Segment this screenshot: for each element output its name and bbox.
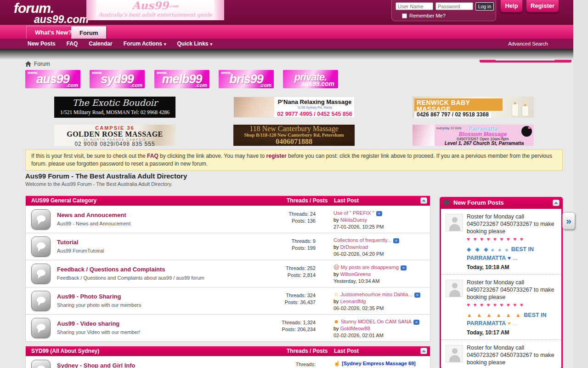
ad-pnana-massage[interactable]: P’Nana Relaxing Massage 11/36 Sydney Rd.…: [233, 97, 355, 118]
blue-heart-icon: ♥ …: [508, 255, 518, 261]
nav-calendar[interactable]: Calendar: [89, 40, 112, 47]
hearts-icons: ♥ ♥ ♥ ♥ ♥ ♥ ♥ ♥ ♥: [467, 366, 557, 368]
ad-blossom-massage[interactable]: everyday 10 Girls Parramatta Blossom Mas…: [413, 125, 534, 146]
logo-line2: aus99.com: [34, 14, 89, 25]
last-post-user-link[interactable]: Leonardfdg: [340, 299, 366, 304]
welcome-notice: If this is your first visit, be sure to …: [25, 150, 563, 171]
go-to-last-post-icon[interactable]: »: [413, 320, 419, 325]
ad-photo: [234, 97, 274, 118]
last-post-user-link[interactable]: DrDownload: [340, 244, 368, 250]
remember-me-checkbox[interactable]: [402, 13, 407, 18]
header-banner[interactable]: Aus99.com Australia's best adult enterta…: [86, 0, 224, 20]
angry-face-icon: ☹: [334, 264, 339, 270]
sidebar-expand-button[interactable]: »: [562, 212, 575, 230]
last-post-title-link[interactable]: Collections of frequently...: [334, 237, 391, 243]
avatar[interactable]: [446, 280, 463, 297]
last-post-date: Yesterday, 10:34 AM: [334, 278, 428, 285]
go-to-last-post-icon[interactable]: »: [401, 265, 407, 270]
register-button[interactable]: Register: [526, 0, 559, 12]
candle-graphic: [522, 106, 528, 116]
nav-forum-actions[interactable]: Forum Actions▾: [124, 40, 166, 47]
last-post-date: 27-01-2026, 10:25 PM: [334, 224, 428, 230]
hearts-icons: ♥ ♥ ♥ ♥ ♥ ♥ ♥ ♥ ♥: [467, 301, 557, 310]
forum-stats: Threads: 252 Posts: 2,814: [260, 265, 316, 279]
ad-renwick-massage[interactable]: RENWICK BABY MASSAGE RENWICK ST LEICHHAR…: [413, 97, 534, 118]
go-to-last-post-icon[interactable]: »: [393, 238, 399, 243]
forum-stats: Threads: 24 Posts: 136: [260, 211, 316, 224]
go-to-last-post-icon[interactable]: »: [414, 293, 420, 298]
last-post-title-link[interactable]: [Sydney Empress Massage 69]: [342, 361, 416, 366]
forum-page: forum. aus99.com Aus99.com Australia's b…: [0, 0, 588, 368]
banner-private-aus99[interactable]: private. aus99.com: [283, 70, 338, 88]
collapse-sidebar-button[interactable]: [553, 200, 560, 206]
banner-aus99[interactable]: www. aus99 .com: [25, 70, 80, 88]
banner-syd99[interactable]: www. syd99 .com: [90, 70, 145, 88]
cool-face-icon: ☻: [334, 318, 339, 325]
login-button[interactable]: Log in: [475, 2, 494, 11]
username-input[interactable]: [396, 2, 433, 10]
last-post-title-link[interactable]: Use of " PREFIX ": [334, 210, 374, 216]
page-subtitle: Welcome to the Aus99 Forum - The Best Au…: [25, 181, 172, 187]
last-post-user-link[interactable]: WiltonGreens: [340, 271, 371, 277]
forum-description: Sharing your photo with our members: [57, 302, 254, 308]
tab-forum[interactable]: Forum: [71, 26, 106, 39]
forum-title-link[interactable]: Feedback / Questions and Complaints: [57, 266, 165, 273]
banner-melb99[interactable]: www. melb99 .com: [154, 70, 209, 88]
sidebar-post-item[interactable]: Roster for Monday call 0450723267 045073…: [441, 339, 561, 368]
last-post-title-link[interactable]: My posts are disappearng: [341, 264, 399, 270]
forum-title-link[interactable]: Aus99 - Photo Sharing: [57, 293, 121, 300]
ad-golden-rose-massage[interactable]: CAMPSIE 36 GOLDEN ROSE MASSAGE 36 NORTH …: [54, 125, 175, 146]
forum-title-link[interactable]: News and Annoucement: [57, 212, 126, 218]
nav-faq[interactable]: FAQ: [67, 40, 78, 47]
column-threads-posts: Threads / Posts: [287, 346, 328, 356]
header-shadow: [0, 49, 573, 60]
forum-title-link[interactable]: Aus99 - Video sharing: [57, 320, 119, 327]
blossom-logo-icon: [521, 126, 532, 137]
go-to-last-post-icon[interactable]: »: [376, 211, 382, 216]
avatar[interactable]: [446, 214, 463, 231]
breadcrumb-forum-link[interactable]: Forum: [34, 61, 50, 67]
ad-exotic-boudoir[interactable]: The Exotic Boudoir 1/521 Military Road, …: [54, 97, 175, 118]
forum-row-news: News and Annoucement Aus99 - News and An…: [26, 206, 430, 233]
faq-link[interactable]: FAQ: [147, 153, 158, 159]
ad-canterbury-massage[interactable]: 118 New Canterbury Massage Shop B/118-12…: [233, 125, 355, 146]
password-input[interactable]: [435, 2, 473, 10]
nav-quick-links[interactable]: Quick Links▾: [177, 40, 212, 47]
sidebar-post-item[interactable]: Roster for Monday call 0450723267 045073…: [441, 209, 561, 274]
speech-bubble-icon: [444, 200, 450, 205]
top-header: forum. aus99.com Aus99.com Australia's b…: [0, 0, 573, 25]
banner-tagline: Australia's best adult entertainment gui…: [86, 12, 224, 18]
last-post-user-link[interactable]: NikitaDuesy: [340, 217, 368, 223]
forum-icon[interactable]: [31, 360, 51, 368]
nav-new-posts[interactable]: New Posts: [28, 40, 56, 47]
forum-icon[interactable]: [31, 264, 51, 284]
last-post-title-link[interactable]: Stunny MODEL On CAM SANA: [341, 319, 412, 324]
collapse-category-button[interactable]: [420, 197, 427, 204]
chevron-up-icon: [554, 202, 558, 205]
forum-title-link[interactable]: Sydney - Shop and Girl Info: [57, 362, 135, 368]
sidebar-post-item[interactable]: Roster for Monday call 0450723267 045073…: [441, 274, 561, 339]
sidebar-title: New Forum Posts: [453, 199, 504, 206]
last-post-title-link[interactable]: Justsomehourhoe miss Dahlia...: [340, 292, 413, 297]
page-title: Aus99 Forum - The Best Australia Adult D…: [25, 172, 187, 180]
advanced-search-link[interactable]: Advanced Search: [508, 41, 548, 46]
home-icon[interactable]: [25, 61, 31, 67]
forum-icon[interactable]: [31, 318, 51, 338]
forum-description: Aus99 - News and Annoucement: [57, 221, 254, 226]
forum-stats: Threads: 1,324 Posts: 206,234: [260, 319, 316, 333]
help-button[interactable]: Help: [500, 0, 523, 12]
forum-icon[interactable]: [31, 236, 51, 257]
collapse-category-button[interactable]: [420, 348, 427, 354]
post-date: Today, 10:18 AM: [467, 264, 557, 270]
forum-title-link[interactable]: Tutorial: [57, 239, 79, 246]
forum-icon[interactable]: [31, 291, 51, 311]
speech-bubble-icon: [37, 242, 45, 249]
banner-bris99[interactable]: www. bris99 .com: [219, 70, 274, 88]
last-post-user-link[interactable]: GoldMeow88: [340, 326, 370, 331]
avatar[interactable]: [446, 345, 463, 362]
site-logo[interactable]: forum. aus99.com: [14, 1, 89, 25]
last-post: Use of " PREFIX "» by NikitaDuesy 27-01-…: [334, 210, 428, 230]
register-link[interactable]: register: [266, 153, 287, 159]
speech-bubble-icon: [37, 324, 45, 330]
forum-icon[interactable]: [31, 209, 51, 230]
